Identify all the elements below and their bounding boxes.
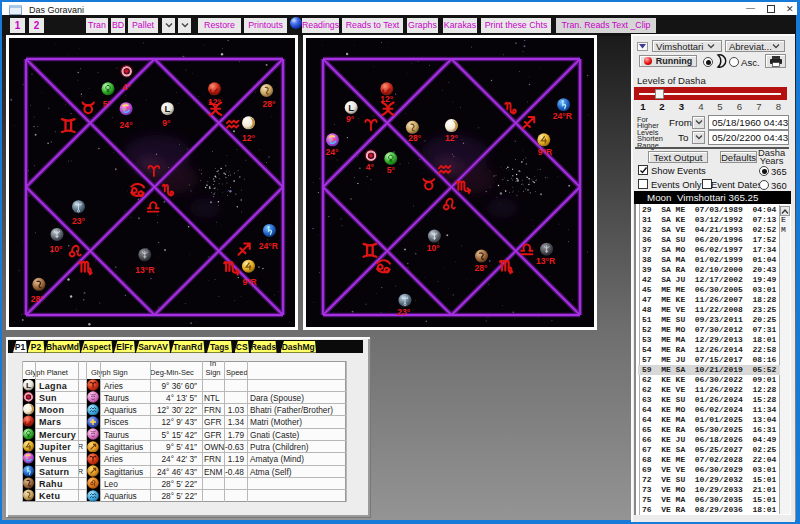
svg-text:23°: 23° [72,216,86,226]
svg-text:12°: 12° [380,94,394,104]
svg-text:5°: 5° [103,99,112,109]
svg-text:24°R: 24°R [553,111,573,121]
svg-text:28°: 28° [262,99,276,109]
svg-text:9°: 9° [162,118,171,128]
svg-text:12°: 12° [242,133,256,143]
svg-text:10°: 10° [427,243,441,253]
svg-text:24°: 24° [120,120,134,130]
svg-text:4°: 4° [366,162,375,172]
svg-text:24°: 24° [325,147,339,157]
svg-text:28°: 28° [408,133,422,143]
svg-text:5°: 5° [387,165,396,175]
svg-text:9°R: 9°R [242,277,257,287]
svg-text:23°: 23° [397,307,411,317]
svg-text:28°: 28° [474,263,488,273]
svg-text:4°: 4° [123,82,132,92]
svg-text:13°R: 13°R [536,256,556,266]
svg-text:24°R: 24°R [259,241,279,251]
svg-text:12°: 12° [208,97,222,107]
svg-text:12°: 12° [445,133,459,143]
svg-text:9°R: 9°R [538,147,553,157]
svg-text:28°: 28° [31,294,45,304]
svg-text:9°: 9° [346,114,355,124]
svg-text:10°: 10° [49,244,63,254]
svg-text:13°R: 13°R [135,265,155,275]
